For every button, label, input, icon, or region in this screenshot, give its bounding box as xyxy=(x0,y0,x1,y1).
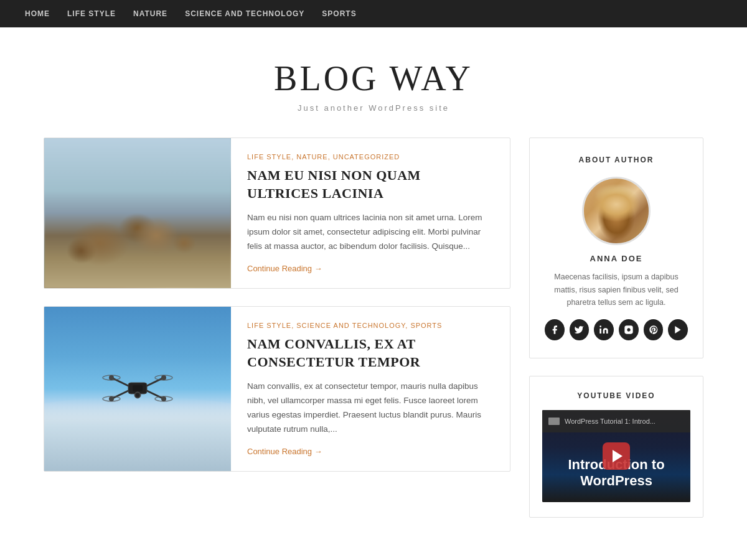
article-title-2: NAM CONVALLIS, EX AT CONSECTETUR TEMPOR xyxy=(247,335,494,371)
svg-point-12 xyxy=(109,375,114,380)
yt-top-bar: WordPress Tutorial 1: Introd... xyxy=(542,410,690,432)
social-icons xyxy=(545,319,688,340)
continue-reading-1[interactable]: Continue Reading → xyxy=(247,264,494,273)
deer-image xyxy=(44,138,231,288)
article-thumbnail-1 xyxy=(44,138,231,288)
article-excerpt-1: Nam eu nisi non quam ultrices lacinia no… xyxy=(247,211,494,254)
svg-point-16 xyxy=(599,325,601,327)
sidebar: ABOUT AUTHOR ANNA DOE Maecenas facilisis… xyxy=(529,138,703,535)
article-categories-1: LIFE STYLE, NATURE, UNCATEGORIZED xyxy=(247,153,494,161)
article-body-2: LIFE STYLE, SCIENCE AND TECHNOLOGY, SPOR… xyxy=(231,307,510,471)
author-bio: Maecenas facilisis, ipsum a dapibus matt… xyxy=(545,271,688,309)
svg-point-14 xyxy=(109,396,114,401)
pinterest-icon[interactable] xyxy=(644,319,664,340)
nav-home[interactable]: HOME xyxy=(25,9,50,18)
content-column: LIFE STYLE, NATURE, UNCATEGORIZED NAM EU… xyxy=(44,138,510,535)
drone-svg xyxy=(100,364,175,414)
youtube-widget-title: YOUTUBE VIDEO xyxy=(542,391,690,400)
svg-point-3 xyxy=(136,393,139,397)
main-nav: HOME LIFE STYLE NATURE SCIENCE AND TECHN… xyxy=(0,0,747,27)
article-categories-2: LIFE STYLE, SCIENCE AND TECHNOLOGY, SPOR… xyxy=(247,322,494,329)
nav-nature[interactable]: NATURE xyxy=(133,9,167,18)
yt-play-button[interactable] xyxy=(603,442,630,470)
youtube-widget: YOUTUBE VIDEO WordPress Tutorial 1: Intr… xyxy=(529,376,703,518)
article-card-2: LIFE STYLE, SCIENCE AND TECHNOLOGY, SPOR… xyxy=(44,306,510,472)
site-tagline: Just another WordPress site xyxy=(12,103,735,113)
about-author-title: ABOUT AUTHOR xyxy=(545,156,688,164)
svg-point-13 xyxy=(161,375,166,380)
twitter-icon[interactable] xyxy=(570,319,590,340)
linkedin-icon[interactable] xyxy=(594,319,614,340)
continue-reading-2[interactable]: Continue Reading → xyxy=(247,447,494,456)
site-header: BLOG WAY Just another WordPress site xyxy=(0,27,747,138)
youtube-play-icon[interactable] xyxy=(668,319,688,340)
site-title: BLOG WAY xyxy=(12,58,735,98)
author-avatar xyxy=(582,177,651,245)
drone-image xyxy=(44,307,231,471)
youtube-thumbnail[interactable]: WordPress Tutorial 1: Introd... Introduc… xyxy=(542,410,690,502)
article-body-1: LIFE STYLE, NATURE, UNCATEGORIZED NAM EU… xyxy=(231,138,510,288)
facebook-icon[interactable] xyxy=(545,319,565,340)
nav-science-tech[interactable]: SCIENCE AND TECHNOLOGY xyxy=(185,9,304,18)
main-layout: LIFE STYLE, NATURE, UNCATEGORIZED NAM EU… xyxy=(31,138,716,560)
about-author-widget: ABOUT AUTHOR ANNA DOE Maecenas facilisis… xyxy=(529,138,703,358)
article-excerpt-2: Nam convallis, ex at consectetur tempor,… xyxy=(247,380,494,437)
yt-bar-text: WordPress Tutorial 1: Introd... xyxy=(565,418,655,425)
svg-marker-19 xyxy=(675,326,681,334)
article-title-1: NAM EU NISI NON QUAM ULTRICES LACINIA xyxy=(247,167,494,202)
author-name: ANNA DOE xyxy=(545,254,688,263)
instagram-icon[interactable] xyxy=(619,319,639,340)
article-card-1: LIFE STYLE, NATURE, UNCATEGORIZED NAM EU… xyxy=(44,138,510,289)
svg-point-15 xyxy=(161,396,166,401)
svg-rect-1 xyxy=(133,385,143,391)
nav-lifestyle[interactable]: LIFE STYLE xyxy=(67,9,116,18)
yt-bar-icon xyxy=(548,418,560,425)
nav-sports[interactable]: SPORTS xyxy=(322,9,356,18)
article-thumbnail-2 xyxy=(44,307,231,471)
